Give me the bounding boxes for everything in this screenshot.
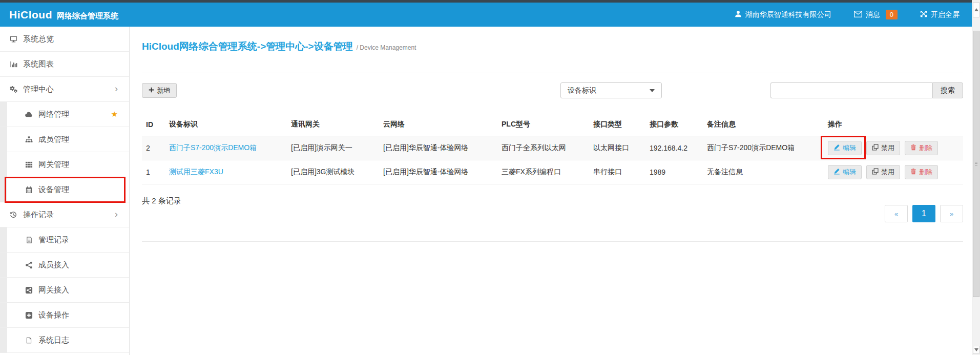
disable-button[interactable]: 禁用 — [866, 165, 900, 179]
column-header: 设备标识 — [165, 114, 287, 136]
filter-field-value: 设备标识 — [568, 86, 596, 95]
sidebar-item-label: 网络管理 — [38, 110, 69, 119]
pagination: « 1 » — [885, 205, 963, 222]
device-link[interactable]: 西门子S7-200演示DEMO箱 — [169, 143, 257, 152]
company-menu[interactable]: 湖南华辰智通科技有限公司 — [735, 10, 831, 19]
sidebar-item-operation-logs[interactable]: 操作记录› — [0, 202, 129, 227]
sidebar-item-system-overview[interactable]: 系统总览 — [0, 27, 129, 52]
bar-chart-icon — [9, 60, 18, 68]
user-icon — [735, 10, 742, 19]
table-row: 2西门子S7-200演示DEMO箱[已启用]演示网关一[已启用]华辰智通-体验网… — [142, 136, 963, 160]
share-icon — [24, 261, 34, 269]
delete-button[interactable]: 删除 — [905, 165, 938, 179]
add-button-label: 新增 — [157, 86, 170, 95]
arrow-up-icon — [974, 8, 978, 11]
breadcrumb-title: HiCloud网络综合管理系统->管理中心->设备管理 — [142, 40, 353, 53]
edit-button[interactable]: 编辑 — [828, 165, 862, 179]
sidebar-item-label: 操作记录 — [23, 210, 54, 220]
cell-remark: 无备注信息 — [703, 160, 824, 184]
sidebar-item-label: 管理记录 — [38, 235, 69, 245]
sidebar-item-admin-records[interactable]: 管理记录 — [0, 227, 129, 253]
cell-plc: 三菱FX系列编程口 — [497, 160, 589, 184]
calendar-icon — [24, 186, 34, 194]
column-header: 操作 — [824, 114, 963, 136]
file-icon — [24, 337, 34, 344]
column-header: 接口参数 — [645, 114, 703, 136]
app-title: 网络综合管理系统 — [57, 11, 118, 21]
scrollbar-thumb[interactable] — [973, 31, 979, 297]
scrollbar-grip-icon — [975, 162, 977, 166]
toolbar: 新增 设备标识 搜索 — [142, 82, 963, 98]
sidebar-item-label: 成员管理 — [38, 135, 69, 144]
device-link[interactable]: 测试用三菱FX3U — [169, 168, 223, 176]
fullscreen-icon — [920, 10, 927, 19]
sidebar-item-device-operation[interactable]: 设备操作 — [0, 303, 129, 328]
cell-id: 1 — [142, 160, 165, 184]
fullscreen-toggle[interactable]: 开启全屏 — [920, 10, 960, 19]
cell-iface_param: 1989 — [645, 160, 703, 184]
search-button[interactable]: 搜索 — [932, 82, 963, 98]
scroll-down-button[interactable] — [973, 346, 979, 354]
breadcrumb: HiCloud网络综合管理系统->管理中心->设备管理 / Device Man… — [142, 40, 963, 53]
content-divider-top — [142, 73, 963, 73]
messages-label: 消息 — [866, 10, 880, 19]
column-header: 云网络 — [379, 114, 497, 136]
sidebar-item-member-access[interactable]: 成员接入 — [0, 253, 129, 278]
clone-icon — [872, 168, 879, 176]
search-group: 搜索 — [770, 82, 963, 98]
table-footer: 共 2 条记录 « 1 » — [142, 196, 963, 222]
edit-button[interactable]: 编辑 — [828, 141, 862, 155]
grid-icon — [24, 161, 34, 169]
history-icon — [9, 211, 18, 219]
vertical-scrollbar[interactable] — [972, 0, 980, 355]
cell-actions: 编辑禁用删除 — [824, 136, 963, 160]
pencil-icon — [833, 144, 840, 152]
disable-button[interactable]: 禁用 — [866, 141, 900, 155]
cell-id: 2 — [142, 136, 165, 160]
device-table: ID设备标识通讯网关云网络PLC型号接口类型接口参数备注信息操作 2西门子S7-… — [142, 114, 963, 184]
filter-field-select[interactable]: 设备标识 — [560, 82, 662, 98]
pagination-prev-button[interactable]: « — [885, 205, 908, 222]
company-name: 湖南华辰智通科技有限公司 — [745, 10, 831, 19]
messages-count-badge: 0 — [886, 10, 898, 19]
scroll-up-button[interactable] — [973, 2, 979, 17]
plus-icon — [149, 87, 154, 94]
cell-gateway: [已启用]3G测试模块 — [287, 160, 379, 184]
column-header: 接口类型 — [589, 114, 645, 136]
envelope-icon — [854, 11, 862, 19]
disable-button-label: 禁用 — [881, 143, 894, 153]
sidebar-item-network-mgmt[interactable]: 网络管理★ — [0, 102, 129, 127]
edit-button-label: 编辑 — [843, 143, 856, 153]
sidebar-item-system-log[interactable]: 系统日志 — [0, 328, 129, 353]
edit-button-label: 编辑 — [843, 168, 856, 177]
sidebar-item-device-mgmt[interactable]: 设备管理 — [0, 177, 129, 202]
pencil-icon — [833, 168, 840, 176]
brand[interactable]: HiCloud 网络综合管理系统 — [9, 9, 118, 21]
sidebar-item-gateway-access[interactable]: 网关接入 — [0, 278, 129, 303]
delete-button-label: 删除 — [919, 143, 932, 153]
sidebar-item-admin-center[interactable]: 管理中心› — [0, 77, 129, 102]
file-text-icon — [24, 236, 34, 244]
pagination-page-1-button[interactable]: 1 — [912, 205, 935, 222]
search-input[interactable] — [770, 82, 932, 98]
cell-cloud: [已启用]华辰智通-体验网络 — [379, 160, 497, 184]
table-body: 2西门子S7-200演示DEMO箱[已启用]演示网关一[已启用]华辰智通-体验网… — [142, 136, 963, 184]
messages-menu[interactable]: 消息 0 — [854, 10, 898, 19]
delete-button[interactable]: 删除 — [905, 141, 938, 155]
sidebar-item-system-charts[interactable]: 系统图表 — [0, 52, 129, 77]
plus-square-icon — [24, 311, 34, 319]
caret-down-icon — [650, 89, 655, 92]
pagination-next-button[interactable]: » — [940, 205, 963, 222]
record-count: 共 2 条记录 — [142, 196, 181, 206]
cell-iface_type: 以太网接口 — [589, 136, 645, 160]
sidebar-item-gateway-mgmt[interactable]: 网关管理 — [0, 152, 129, 177]
sidebar-item-label: 网关管理 — [38, 160, 69, 170]
cloud-icon — [24, 111, 34, 118]
breadcrumb-subtitle: / Device Management — [357, 44, 416, 51]
trash-icon — [910, 168, 916, 176]
add-button[interactable]: 新增 — [142, 83, 177, 98]
sidebar-item-member-mgmt[interactable]: 成员管理 — [0, 127, 129, 152]
chevron-right-icon: › — [115, 83, 118, 93]
arrow-down-icon — [974, 348, 978, 351]
sidebar-item-label: 设备管理 — [38, 185, 69, 195]
